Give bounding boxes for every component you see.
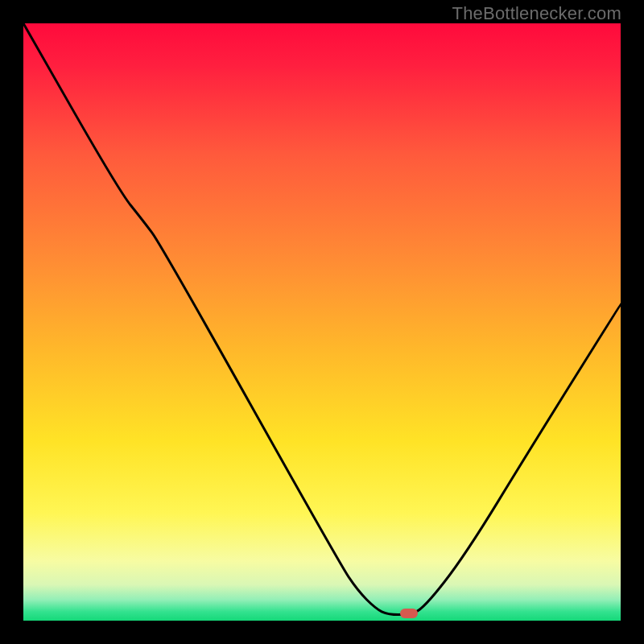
plot-area (23, 23, 621, 621)
outer-frame: TheBottlenecker.com (0, 0, 644, 644)
watermark-text: TheBottlenecker.com (452, 3, 621, 24)
optimal-marker (400, 609, 418, 618)
